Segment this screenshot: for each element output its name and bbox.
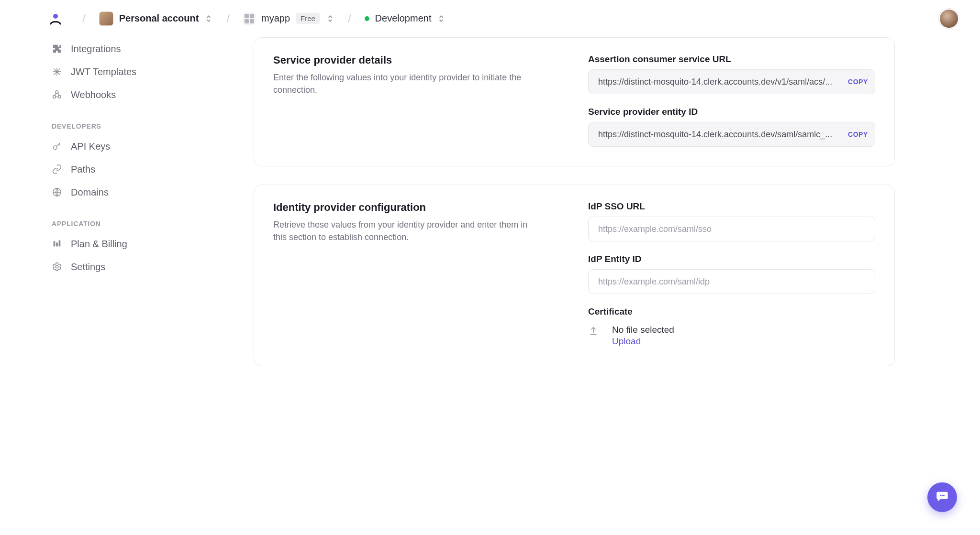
account-label: Personal account (119, 13, 199, 24)
sidebar-item-label: API Keys (71, 141, 110, 152)
app-name: myapp (261, 13, 290, 24)
field-label: IdP SSO URL (588, 201, 875, 212)
breadcrumb-separator: / (82, 12, 86, 25)
card-description: Retrieve these values from your identity… (273, 218, 532, 243)
certificate-field: Certificate No file selected Upload (588, 306, 875, 347)
upload-icon (588, 326, 599, 336)
account-avatar-icon (99, 11, 113, 26)
svg-point-12 (943, 495, 945, 496)
sidebar-item-label: Settings (71, 262, 105, 273)
chevron-up-down-icon (204, 14, 213, 23)
link-icon (52, 164, 62, 175)
sidebar-item-label: JWT Templates (71, 66, 136, 77)
field-label: IdP Entity ID (588, 254, 875, 264)
sidebar-section-developers: DEVELOPERS (48, 122, 182, 130)
acs-url-value-box: https://distinct-mosquito-14.clerk.accou… (588, 69, 875, 94)
sidebar-item-jwt-templates[interactable]: JWT Templates (48, 60, 182, 83)
svg-point-4 (54, 146, 57, 149)
chat-fab[interactable] (927, 482, 957, 512)
logo-clerk-icon (48, 11, 63, 27)
svg-point-9 (56, 265, 58, 268)
account-switcher[interactable]: Personal account (94, 9, 218, 29)
svg-point-11 (942, 495, 943, 496)
globe-icon (52, 187, 62, 197)
main-content: Service provider details Enter the follo… (254, 37, 895, 384)
key-icon (52, 141, 62, 152)
sidebar-item-integrations[interactable]: Integrations (48, 37, 182, 60)
idp-entity-id-input[interactable] (588, 269, 875, 294)
field-label: Assertion consumer service URL (588, 54, 875, 65)
acs-url-field: Assertion consumer service URL https://d… (588, 54, 875, 94)
svg-rect-8 (59, 240, 61, 247)
idp-entity-id-field: IdP Entity ID (588, 254, 875, 294)
sidebar-item-label: Paths (71, 164, 95, 175)
card-title: Service provider details (273, 54, 565, 66)
svg-point-0 (53, 14, 58, 19)
app-switcher[interactable]: myapp Free (238, 10, 339, 28)
card-description: Enter the following values into your ide… (273, 71, 532, 96)
sidebar-item-label: Plan & Billing (71, 239, 127, 250)
sidebar-item-settings[interactable]: Settings (48, 255, 182, 278)
sp-entity-id-value-box: https://distinct-mosquito-14.clerk.accou… (588, 122, 875, 147)
certificate-empty-state: No file selected (612, 325, 674, 335)
svg-rect-6 (54, 241, 56, 247)
field-label: Certificate (588, 306, 875, 317)
environment-switcher[interactable]: Development (360, 10, 451, 27)
sp-entity-id-field: Service provider entity ID https://disti… (588, 107, 875, 147)
card-title: Identity provider configuration (273, 201, 565, 214)
chevron-up-down-icon (437, 14, 445, 23)
webhooks-icon (52, 89, 62, 100)
upload-certificate-button[interactable]: Upload (612, 336, 674, 347)
chat-icon (935, 490, 949, 505)
copy-entity-button[interactable]: COPY (848, 131, 868, 138)
copy-acs-button[interactable]: COPY (848, 78, 868, 86)
idp-sso-url-input[interactable] (588, 217, 875, 241)
acs-url-value: https://distinct-mosquito-14.clerk.accou… (598, 77, 842, 87)
sidebar: Integrations JWT Templates Webhooks DEVE… (0, 37, 182, 535)
sidebar-item-plan-billing[interactable]: Plan & Billing (48, 232, 182, 255)
idp-sso-url-field: IdP SSO URL (588, 201, 875, 241)
plan-badge: Free (296, 13, 320, 24)
gear-icon (52, 262, 62, 272)
svg-rect-7 (56, 242, 58, 246)
svg-point-1 (53, 96, 56, 98)
svg-point-10 (940, 495, 941, 496)
breadcrumb-separator: / (348, 12, 351, 25)
puzzle-icon (52, 44, 62, 54)
chevron-up-down-icon (326, 14, 334, 23)
sidebar-item-domains[interactable]: Domains (48, 181, 182, 204)
app-icon (243, 12, 256, 25)
sidebar-item-api-keys[interactable]: API Keys (48, 135, 182, 158)
environment-status-dot-icon (365, 16, 369, 21)
svg-point-2 (58, 96, 61, 98)
service-provider-card: Service provider details Enter the follo… (254, 37, 895, 166)
billing-icon (52, 239, 62, 249)
field-label: Service provider entity ID (588, 107, 875, 117)
sidebar-item-label: Domains (71, 187, 109, 198)
breadcrumb-separator: / (226, 12, 230, 25)
sidebar-item-label: Webhooks (71, 89, 116, 100)
sidebar-item-webhooks[interactable]: Webhooks (48, 83, 182, 106)
sidebar-section-application: APPLICATION (48, 220, 182, 228)
jwt-icon (52, 66, 62, 77)
sidebar-item-label: Integrations (71, 44, 121, 55)
identity-provider-card: Identity provider configuration Retrieve… (254, 185, 895, 366)
sidebar-item-paths[interactable]: Paths (48, 158, 182, 181)
environment-label: Development (375, 13, 432, 24)
user-avatar[interactable] (939, 9, 959, 29)
topbar: / Personal account / myapp Free / Develo… (0, 0, 980, 37)
sp-entity-id-value: https://distinct-mosquito-14.clerk.accou… (598, 130, 842, 140)
